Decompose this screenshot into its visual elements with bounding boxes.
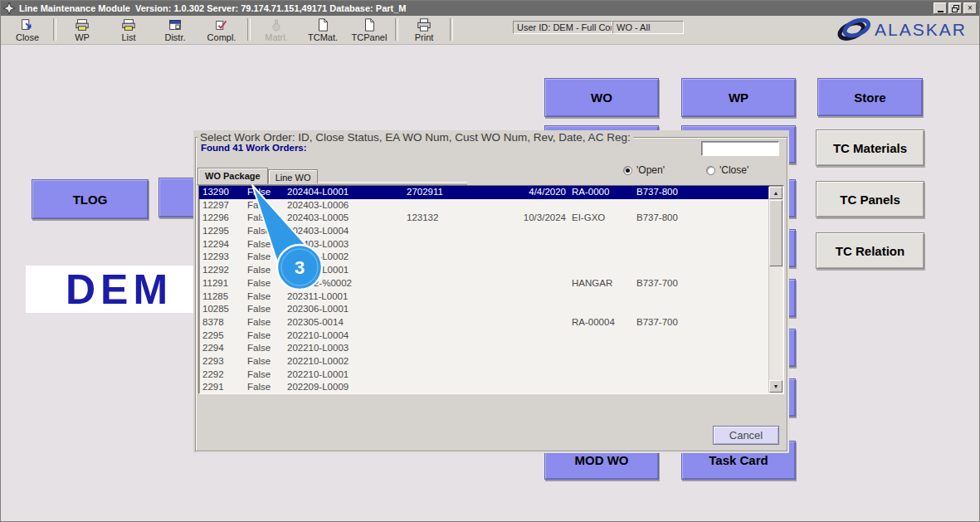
wo-scope-field: WO - All <box>612 21 684 34</box>
store-button-label: Store <box>854 90 885 105</box>
list-item[interactable]: 2291False202209-L0009 <box>199 381 783 394</box>
toolbar-distr-button[interactable]: Distr. <box>152 17 198 42</box>
tc-relation-label: TC Relation <box>836 244 904 258</box>
title-bar[interactable]: Line Maintenance Module Version: 1.0.302… <box>1 1 979 16</box>
complete-icon <box>214 17 229 32</box>
close-radio-label: 'Close' <box>719 164 748 176</box>
document-icon <box>315 17 330 32</box>
wp-button-label: WP <box>729 90 748 105</box>
restore-icon <box>952 5 959 12</box>
toolbar-button-label: Matrl. <box>265 32 288 42</box>
wo-button[interactable]: WO <box>544 78 659 117</box>
open-radio[interactable]: 'Open' <box>623 164 665 176</box>
list-item[interactable]: 12297False202403-L0006 <box>199 199 783 212</box>
scroll-down-icon: ▼ <box>773 383 779 389</box>
exit-icon <box>20 17 35 32</box>
list-item[interactable]: 2295False202210-L0004 <box>199 329 783 343</box>
alaskar-logo: ALASKAR <box>836 17 976 43</box>
list-item[interactable]: 12292False202403-L0001 <box>199 264 783 277</box>
tab-wo-package[interactable]: WO Package <box>197 168 268 184</box>
toolbar-button-label: Print <box>415 32 434 42</box>
task-card-label: Task Card <box>709 453 768 467</box>
list-item[interactable]: 2293False202210-L0002 <box>199 355 783 368</box>
toolbar-tcpanel-button[interactable]: TCPanel <box>346 17 392 42</box>
toolbar-button-label: List <box>121 32 135 42</box>
window-icon <box>168 17 183 32</box>
tc-panels-button[interactable]: TC Panels <box>816 181 924 217</box>
wo-list: 13290False202404-L000127029114/4/2020RA-… <box>198 185 784 394</box>
toolbar-button-label: TCMat. <box>308 32 338 42</box>
restore-button[interactable] <box>948 2 962 14</box>
toolbar-button-label: Close <box>16 32 39 42</box>
toolbar-separator <box>450 18 453 41</box>
list-item[interactable]: 12295False202403-L0004 <box>199 225 783 238</box>
toolbar-wp-button[interactable]: WP <box>59 17 105 42</box>
minimize-icon <box>938 5 943 12</box>
printer-icon <box>121 17 136 32</box>
app-icon <box>3 2 15 14</box>
list-item[interactable]: 8378False202305-0014RA-00004B737-700 <box>199 316 783 329</box>
window-controls: × <box>934 2 977 14</box>
list-item[interactable]: 13290False202404-L000127029114/4/2020RA-… <box>199 186 769 199</box>
toolbar-list-button[interactable]: List <box>105 17 152 42</box>
toolbar-button-label: Distr. <box>164 32 185 42</box>
print-icon <box>417 17 431 32</box>
scroll-up-icon: ▲ <box>773 190 779 196</box>
toolbar-button-label: WP <box>75 32 90 42</box>
store-button[interactable]: Store <box>817 78 923 116</box>
toolbar-separator <box>247 18 251 41</box>
select-work-order-dialog: Select Work Order: ID, Close Status, EA … <box>193 130 789 453</box>
alaskar-swoosh-icon <box>836 17 873 43</box>
close-icon: × <box>968 4 973 12</box>
tlog-button-label: TLOG <box>73 193 108 207</box>
app-window: Line Maintenance Module Version: 1.0.302… <box>0 0 980 522</box>
list-item[interactable]: 11285False202311-L0001 <box>199 290 783 304</box>
radio-icon <box>623 166 632 175</box>
toolbar-tcmat-button[interactable]: TCMat. <box>300 17 346 42</box>
toolbar-matrl-button: Matrl. <box>253 17 300 42</box>
close-radio[interactable]: 'Close' <box>706 164 748 176</box>
toolbar-separator <box>395 18 398 41</box>
toolbar-button-label: Compl. <box>207 32 236 42</box>
tc-materials-button[interactable]: TC Materials <box>816 129 924 166</box>
dialog-title: Select Work Order: ID, Close Status, EA … <box>197 131 633 144</box>
open-radio-label: 'Open' <box>636 164 665 176</box>
scrollbar-thumb[interactable] <box>769 200 783 266</box>
list-item[interactable]: 12294False202403-L0003 <box>199 238 783 251</box>
status-radio-group: 'Open' 'Close' <box>623 164 748 176</box>
mod-wo-label: MOD WO <box>575 453 629 467</box>
wp-button[interactable]: WP <box>681 78 796 117</box>
tlog-button[interactable]: TLOG <box>32 179 149 219</box>
wo-button-label: WO <box>591 90 612 105</box>
tab-line-wo[interactable]: Line WO <box>268 169 319 183</box>
minimize-button[interactable] <box>934 2 947 14</box>
materials-icon <box>269 17 284 32</box>
list-item[interactable]: 12293False202403-L0002 <box>199 251 783 264</box>
toolbar-close-button[interactable]: Close <box>4 17 51 42</box>
toolbar-separator <box>53 18 56 41</box>
window-title: Line Maintenance Module Version: 1.0.302… <box>19 3 934 13</box>
brand-text: ALASKAR <box>875 20 967 40</box>
list-item[interactable]: 10285False202306-L0001 <box>199 303 783 316</box>
found-count-label: Found 41 Work Orders: <box>201 143 307 153</box>
filter-input[interactable] <box>701 141 779 156</box>
document-icon <box>362 17 377 32</box>
list-item[interactable]: 11291False202312-%0002HANGARB737-700 <box>199 277 783 290</box>
close-window-button[interactable]: × <box>963 2 977 14</box>
printer-icon <box>75 17 90 32</box>
radio-icon <box>706 166 715 175</box>
dialog-tabs: WO Package Line WO <box>197 165 318 183</box>
scroll-up-button[interactable]: ▲ <box>769 187 783 199</box>
toolbar-compl-button[interactable]: Compl. <box>198 17 245 42</box>
tc-materials-label: TC Materials <box>833 141 907 155</box>
scroll-down-button[interactable]: ▼ <box>769 380 783 393</box>
list-item[interactable]: 2294False202210-L0003 <box>199 342 783 355</box>
list-item[interactable]: 12296False202403-L000512313210/3/2024EI-… <box>199 212 783 225</box>
cancel-button[interactable]: Cancel <box>713 426 779 445</box>
list-item[interactable]: 2292False202210-L0001 <box>199 368 783 382</box>
toolbar-button-label: TCPanel <box>352 32 388 42</box>
user-id-field: User ID: DEM - Full Control <box>513 21 612 34</box>
toolbar-print-button[interactable]: Print <box>401 17 447 42</box>
list-scrollbar[interactable]: ▲ ▼ <box>768 187 783 393</box>
tc-relation-button[interactable]: TC Relation <box>816 232 924 269</box>
